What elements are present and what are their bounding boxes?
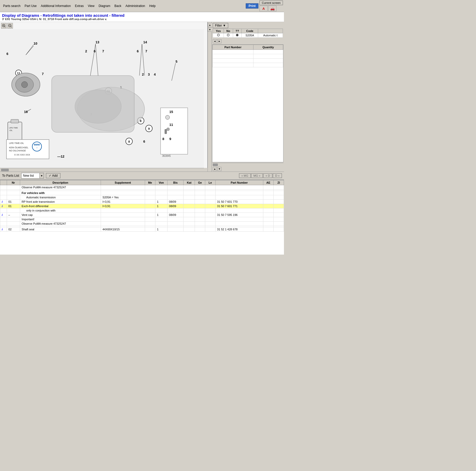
row-description: For vehicles with <box>20 191 101 195</box>
filter-col-yes: Yes <box>213 29 224 33</box>
menu-back[interactable]: Back <box>112 3 123 9</box>
svg-text:7: 7 <box>145 49 147 53</box>
svg-point-53 <box>21 82 28 88</box>
table-row[interactable]: i01Exch-front differentialI=3,91108/0931… <box>0 204 284 208</box>
main-content: 10 6 11 7 13 2 6 7 <box>0 22 284 172</box>
new-list-arrow[interactable]: ▼ <box>39 173 44 178</box>
row-bis <box>167 217 184 222</box>
right-panel-parts: Part Number Quantity <box>212 44 283 162</box>
menu-parts-search[interactable]: Parts search <box>1 3 22 9</box>
filter-yes-radio[interactable] <box>213 33 224 38</box>
diagram-h-scrollbar[interactable] <box>0 168 204 172</box>
table-row[interactable]: Automatic transmissionS205A = Yes <box>0 195 284 200</box>
row-description: Observe PuMA measure 47325247 <box>20 222 101 226</box>
row-part_number <box>215 217 263 222</box>
right-scroll-right[interactable]: ► <box>217 39 221 43</box>
table-row[interactable]: i01RP front axle transmissionI=3,91108/0… <box>0 200 284 204</box>
row-von <box>155 185 167 190</box>
col-me: Me <box>145 180 155 185</box>
filter-code: S205A <box>242 33 258 38</box>
row-info-icon <box>0 191 7 195</box>
row-kat <box>184 204 195 208</box>
table-row[interactable]: For vehicles with <box>0 191 284 195</box>
svg-text:☆: ☆ <box>36 147 38 149</box>
row-ae <box>263 222 273 226</box>
menu-administration[interactable]: Administration <box>123 3 147 9</box>
col-le: Le <box>205 180 216 185</box>
icon-a-button[interactable]: A <box>259 6 268 11</box>
panel-scroll-up[interactable]: ▲ <box>208 23 212 27</box>
row-me <box>145 200 155 204</box>
right-scroll-left[interactable]: ◄ <box>213 39 217 43</box>
row-kat <box>184 200 195 204</box>
menu-diagram[interactable]: Diagram <box>97 3 112 9</box>
print-button[interactable]: Print <box>246 3 258 9</box>
row-ge <box>195 222 205 226</box>
row-part_number <box>215 191 263 195</box>
menu-view[interactable]: View <box>86 3 97 9</box>
filter-no-radio[interactable] <box>224 33 233 38</box>
svg-text:14: 14 <box>143 40 147 44</box>
row-ae <box>263 200 273 204</box>
row-supplement <box>101 208 145 213</box>
row-description: Important! <box>20 217 101 222</box>
right-vscroll-down[interactable]: ▼ <box>217 167 221 171</box>
row-nr <box>7 217 20 222</box>
right-h-scrollbar[interactable] <box>212 163 283 166</box>
row-zi <box>274 185 284 190</box>
table-row[interactable]: i02Shaft seal44X69X10/15131 52 1 428 678 <box>0 227 284 232</box>
panel-scroll-down[interactable]: ▼ <box>208 28 212 32</box>
row-nr <box>7 191 20 195</box>
add-button[interactable]: ✓ Add <box>46 173 60 178</box>
nav-mg-next[interactable]: MG » <box>251 173 263 178</box>
menu-help[interactable]: Help <box>147 3 158 9</box>
row-me <box>145 195 155 200</box>
menu-extras[interactable]: Extras <box>73 3 86 9</box>
col-supplement: Supplement <box>101 180 145 185</box>
row-zi <box>274 191 284 195</box>
table-row[interactable]: Observe PuMA measure 47325247 <box>0 185 284 190</box>
nav-d-next[interactable]: D » <box>273 173 282 178</box>
row-le <box>205 195 216 200</box>
col-ae: AE <box>263 180 273 185</box>
row-nr <box>7 208 20 213</box>
nav-mg-prev[interactable]: « MG <box>239 173 251 178</box>
title-area: Display of Diagrams - Retrofittings not … <box>0 12 284 22</box>
nav-d-prev[interactable]: « D <box>263 173 272 178</box>
menu-part-use[interactable]: Part Use <box>22 3 39 9</box>
icon-car-button[interactable]: 🚗 <box>268 6 276 11</box>
table-row[interactable]: Observe PuMA measure 47325247 <box>0 222 284 226</box>
filter-button[interactable]: Filter ▼ <box>213 23 228 28</box>
current-screen-button[interactable]: Current screen <box>259 1 283 5</box>
filter-value: Automatic t <box>258 33 283 38</box>
svg-text:LIFE-TIME-OIL: LIFE-TIME-OIL <box>9 142 24 144</box>
row-info-icon: i <box>0 227 7 232</box>
row-kat <box>184 185 195 190</box>
table-row[interactable]: i–Vent cap108/0931 50 7 595 196 <box>0 213 284 217</box>
zoom-in-button[interactable] <box>1 23 7 29</box>
filter-col-code: Code <box>242 29 258 33</box>
zoom-out-button[interactable] <box>7 23 13 29</box>
table-row[interactable]: only in conjunction with <box>0 208 284 213</box>
right-vscroll-up[interactable]: ▲ <box>213 167 217 171</box>
menu-additional-info[interactable]: Additional Information <box>39 3 73 9</box>
row-description: Observe PuMA measure 47325247 <box>20 185 101 190</box>
row-nr: 02 <box>7 227 20 232</box>
row-description: Automatic transmission <box>20 195 101 200</box>
svg-text:9: 9 <box>169 137 171 141</box>
row-von: 1 <box>155 227 167 232</box>
filter-header: Filter ▼ Yes No ?? Code <box>212 22 284 39</box>
row-ae <box>263 204 273 208</box>
svg-text:BMW: BMW <box>34 143 40 146</box>
new-list-dropdown[interactable]: New list ▼ <box>21 173 44 178</box>
col-zi: ZI <box>274 180 284 185</box>
row-nr: 01 <box>7 200 20 204</box>
row-ae <box>263 208 273 213</box>
row-info-icon <box>0 217 7 222</box>
table-row[interactable]: Important! <box>0 217 284 222</box>
row-bis <box>167 227 184 232</box>
row-ae <box>263 191 273 195</box>
row-supplement: 44X69X10/15 <box>101 227 145 232</box>
row-zi <box>274 195 284 200</box>
filter-qq-radio[interactable] <box>233 33 242 38</box>
